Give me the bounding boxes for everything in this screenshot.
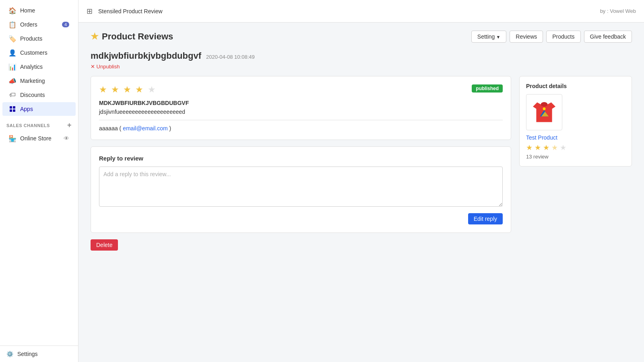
product-image-svg xyxy=(530,98,558,126)
unpublish-link[interactable]: ✕ Unpublish xyxy=(91,64,632,70)
reviewer-email-link[interactable]: email@email.com xyxy=(123,125,167,132)
topbar: ⊞ Stensiled Product Review by : Vowel We… xyxy=(78,0,644,23)
topbar-by: by : Vowel Web xyxy=(600,8,636,14)
star-4: ★ xyxy=(135,84,144,95)
sidebar-item-settings[interactable]: ⚙️ Settings xyxy=(0,346,78,362)
review-divider xyxy=(99,120,503,120)
star-5: ★ xyxy=(148,84,157,95)
reply-card: Reply to review Edit reply xyxy=(91,146,511,233)
svg-rect-1 xyxy=(13,106,15,109)
review-layout: ★ ★ ★ ★ ★ published MDKJWBFIURBKJVBGBDUB… xyxy=(91,76,632,251)
reply-actions: Edit reply xyxy=(99,213,503,224)
title-star-icon: ★ xyxy=(91,31,99,42)
sidebar: 🏠 Home 📋 Orders 4 🏷️ Products 👤 Customer… xyxy=(0,0,78,362)
product-details-body: Product details xyxy=(520,76,632,166)
page-actions: Setting Reviews Products Give feedback xyxy=(471,31,632,43)
sidebar-nav: 🏠 Home 📋 Orders 4 🏷️ Products 👤 Customer… xyxy=(0,0,78,346)
svg-point-5 xyxy=(541,102,548,107)
product-star-5: ★ xyxy=(560,144,566,152)
products-button[interactable]: Products xyxy=(546,31,580,43)
page-title-text: Product Reviews xyxy=(102,31,173,42)
app-icon: ⊞ xyxy=(87,7,93,16)
give-feedback-button[interactable]: Give feedback xyxy=(584,31,632,43)
sidebar-item-label: Marketing xyxy=(20,78,45,84)
svg-rect-0 xyxy=(10,106,12,109)
app-name: Stensiled Product Review xyxy=(98,8,596,14)
product-star-1: ★ xyxy=(526,144,533,152)
delete-area: Delete xyxy=(91,239,511,251)
products-icon: 🏷️ xyxy=(9,35,16,42)
settings-icon: ⚙️ xyxy=(6,351,13,357)
content-area: ★ Product Reviews Setting Reviews Produc… xyxy=(78,23,644,362)
orders-icon: 📋 xyxy=(9,21,16,28)
sidebar-item-label: Analytics xyxy=(20,64,43,70)
svg-point-8 xyxy=(543,107,546,110)
star-1: ★ xyxy=(99,84,108,95)
review-stars: ★ ★ ★ ★ ★ xyxy=(99,84,157,95)
review-aside: Product details xyxy=(519,76,632,251)
review-card: ★ ★ ★ ★ ★ published MDKJWBFIURBKJVBGBDUB… xyxy=(91,76,511,140)
discounts-icon: 🏷 xyxy=(9,91,16,99)
sidebar-item-discounts[interactable]: 🏷 Discounts xyxy=(2,88,76,102)
marketing-icon: 📣 xyxy=(9,77,16,84)
svg-rect-2 xyxy=(10,109,12,112)
review-title: mdkjwbfiurbkjvbgbdubgvf xyxy=(91,51,201,61)
sales-channels-header: SALES CHANNELS + xyxy=(0,116,78,131)
review-main: ★ ★ ★ ★ ★ published MDKJWBFIURBKJVBGBDUB… xyxy=(91,76,511,251)
email-separator: ( xyxy=(120,125,123,132)
sidebar-item-online-store[interactable]: 🏪 Online Store 👁 xyxy=(2,132,76,145)
product-image xyxy=(526,94,562,130)
email-close-paren: ) xyxy=(169,125,171,132)
sidebar-item-label: Customers xyxy=(20,49,47,56)
add-sales-channel-icon[interactable]: + xyxy=(67,121,72,130)
sidebar-item-products[interactable]: 🏷️ Products xyxy=(2,32,76,45)
reply-card-body: Reply to review Edit reply xyxy=(91,147,511,232)
orders-badge: 4 xyxy=(62,22,69,27)
sidebar-item-label: Orders xyxy=(20,21,37,28)
review-date: 2020-04-08 10:08:49 xyxy=(206,54,255,60)
sidebar-item-marketing[interactable]: 📣 Marketing xyxy=(2,74,76,88)
analytics-icon: 📊 xyxy=(9,63,16,70)
sidebar-item-label: Apps xyxy=(20,106,33,112)
sales-channels-label: SALES CHANNELS xyxy=(6,123,50,128)
apps-icon xyxy=(9,105,16,113)
reply-textarea[interactable] xyxy=(99,167,503,207)
product-star-3: ★ xyxy=(543,144,549,152)
sidebar-item-orders[interactable]: 📋 Orders 4 xyxy=(2,18,76,31)
sidebar-item-customers[interactable]: 👤 Customers xyxy=(2,46,76,60)
review-card-body: ★ ★ ★ ★ ★ published MDKJWBFIURBKJVBGBDUB… xyxy=(91,76,511,140)
review-title-row: mdkjwbfiurbkjvbgbdubgvf 2020-04-08 10:08… xyxy=(91,51,632,61)
reviews-button[interactable]: Reviews xyxy=(510,31,543,43)
svg-rect-3 xyxy=(13,109,15,112)
sidebar-item-apps[interactable]: Apps xyxy=(2,102,76,116)
sidebar-item-label: Home xyxy=(20,7,35,14)
edit-reply-button[interactable]: Edit reply xyxy=(468,213,503,224)
sidebar-item-label: Discounts xyxy=(20,92,45,98)
delete-button[interactable]: Delete xyxy=(91,239,118,251)
settings-label: Settings xyxy=(17,351,38,357)
review-top: ★ ★ ★ ★ ★ published xyxy=(99,84,503,95)
reply-title: Reply to review xyxy=(99,155,503,162)
product-details-title: Product details xyxy=(526,83,625,89)
customers-icon: 👤 xyxy=(9,49,16,56)
product-star-2: ★ xyxy=(535,144,541,152)
online-store-visibility-icon[interactable]: 👁 xyxy=(64,135,69,142)
sidebar-item-label: Products xyxy=(20,35,42,42)
main-area: ⊞ Stensiled Product Review by : Vowel We… xyxy=(78,0,644,362)
product-details-card: Product details xyxy=(519,76,632,167)
star-2: ★ xyxy=(111,84,120,95)
review-author: MDKJWBFIURBKJVBGBDUBGVF xyxy=(99,100,503,106)
page-header: ★ Product Reviews Setting Reviews Produc… xyxy=(91,31,632,43)
product-reviews-count: 13 review xyxy=(526,154,625,160)
setting-button[interactable]: Setting xyxy=(471,31,507,43)
home-icon: 🏠 xyxy=(9,7,16,14)
sidebar-item-label: Online Store xyxy=(20,135,52,142)
review-email: aaaaaa ( email@email.com ) xyxy=(99,125,503,132)
product-name[interactable]: Test Product xyxy=(526,134,625,141)
star-3: ★ xyxy=(123,84,132,95)
sidebar-item-analytics[interactable]: 📊 Analytics xyxy=(2,60,76,74)
published-badge: published xyxy=(472,84,503,93)
sidebar-item-home[interactable]: 🏠 Home xyxy=(2,4,76,17)
review-body: jdsjivnfueeeeeeeeeeeeeeeeeeeed xyxy=(99,109,503,115)
product-star-half: ★ xyxy=(551,144,558,152)
